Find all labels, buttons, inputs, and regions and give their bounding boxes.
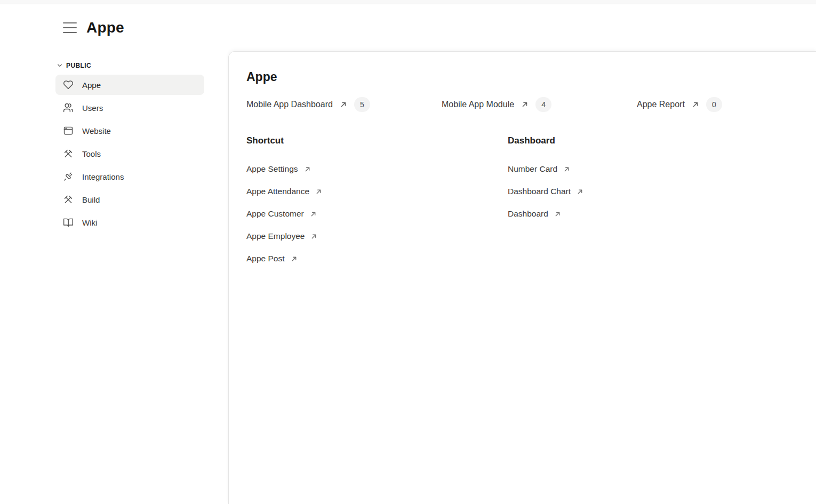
- external-link-arrow-icon: [291, 256, 297, 262]
- sidebar-item-label: Wiki: [82, 218, 97, 227]
- external-link-arrow-icon: [692, 101, 699, 108]
- sidebar-section-label: PUBLIC: [66, 62, 91, 69]
- link-dashboard[interactable]: Dashboard: [508, 203, 583, 225]
- link-appe-customer[interactable]: Appe Customer: [246, 203, 508, 225]
- users-icon: [63, 102, 74, 113]
- link-appe-attendance[interactable]: Appe Attendance: [246, 180, 508, 203]
- link-number-card[interactable]: Number Card: [508, 158, 583, 180]
- sidebar-item-label: Website: [82, 126, 111, 135]
- count-badge: 0: [706, 97, 722, 112]
- link-label: Appe Settings: [246, 164, 298, 174]
- body: PUBLIC Appe Users Website Tools Integrat…: [0, 51, 816, 504]
- quick-link-appe-report[interactable]: Appe Report 0: [637, 97, 800, 112]
- sidebar-item-integrations[interactable]: Integrations: [55, 166, 204, 187]
- crossed-tools-icon: [63, 148, 74, 159]
- external-link-arrow-icon: [577, 189, 583, 195]
- link-label: Dashboard: [508, 209, 548, 219]
- sidebar-item-label: Build: [82, 195, 100, 204]
- sidebar-item-label: Appe: [82, 81, 101, 90]
- quick-link-mobile-app-module[interactable]: Mobile App Module 4: [442, 97, 637, 112]
- quick-link-label: Appe Report: [637, 100, 685, 109]
- sidebar-item-tools[interactable]: Tools: [55, 143, 204, 164]
- chevron-down-icon: [57, 62, 63, 69]
- sidebar-item-label: Integrations: [82, 172, 124, 181]
- sidebar-item-build[interactable]: Build: [55, 189, 204, 210]
- hamburger-menu-icon[interactable]: [63, 22, 77, 33]
- top-strip: [0, 0, 816, 4]
- browser-window-icon: [63, 125, 74, 136]
- quick-link-label: Mobile App Dashboard: [246, 100, 333, 109]
- link-label: Appe Attendance: [246, 187, 309, 196]
- workspace-content: Appe Mobile App Dashboard 5 Mobile App M…: [228, 51, 816, 504]
- link-appe-settings[interactable]: Appe Settings: [246, 158, 508, 180]
- sections-row: Shortcut Appe Settings Appe Attendance A…: [246, 135, 800, 270]
- section-shortcut: Shortcut Appe Settings Appe Attendance A…: [246, 135, 508, 270]
- sidebar-item-wiki[interactable]: Wiki: [55, 212, 204, 233]
- link-label: Appe Employee: [246, 231, 305, 241]
- section-dashboard: Dashboard Number Card Dashboard Chart Da…: [508, 135, 583, 270]
- sidebar: PUBLIC Appe Users Website Tools Integrat…: [0, 51, 228, 504]
- sidebar-item-users[interactable]: Users: [55, 98, 204, 118]
- open-book-icon: [63, 217, 74, 228]
- external-link-arrow-icon: [316, 189, 322, 195]
- link-dashboard-chart[interactable]: Dashboard Chart: [508, 180, 583, 203]
- link-label: Appe Post: [246, 254, 285, 263]
- external-link-arrow-icon: [311, 234, 317, 239]
- workspace-title: Appe: [246, 70, 800, 84]
- page-title: Appe: [86, 19, 124, 36]
- sidebar-item-label: Users: [82, 103, 103, 113]
- quick-links-row: Mobile App Dashboard 5 Mobile App Module…: [246, 97, 800, 112]
- external-link-arrow-icon: [310, 211, 316, 217]
- heart-icon: [63, 79, 74, 90]
- sidebar-item-label: Tools: [82, 149, 101, 158]
- sidebar-item-appe[interactable]: Appe: [55, 75, 204, 95]
- quick-link-mobile-app-dashboard[interactable]: Mobile App Dashboard 5: [246, 97, 442, 112]
- count-badge: 4: [535, 97, 551, 112]
- quick-link-label: Mobile App Module: [442, 100, 514, 109]
- sidebar-item-website[interactable]: Website: [55, 121, 204, 141]
- link-label: Dashboard Chart: [508, 187, 571, 196]
- link-label: Number Card: [508, 164, 557, 174]
- external-link-arrow-icon: [564, 166, 570, 172]
- count-badge: 5: [354, 97, 370, 112]
- link-appe-post[interactable]: Appe Post: [246, 247, 508, 270]
- workspace-page: Appe PUBLIC Appe Users Website Tools: [0, 0, 816, 504]
- link-appe-employee[interactable]: Appe Employee: [246, 225, 508, 247]
- plug-icon: [63, 171, 74, 182]
- sidebar-section-public[interactable]: PUBLIC: [55, 61, 204, 75]
- link-label: Appe Customer: [246, 209, 304, 219]
- section-title: Dashboard: [508, 135, 583, 146]
- external-link-arrow-icon: [305, 166, 310, 172]
- crossed-tools-icon: [63, 194, 74, 205]
- external-link-arrow-icon: [522, 101, 528, 108]
- header: Appe: [0, 4, 816, 51]
- external-link-arrow-icon: [555, 211, 561, 217]
- section-title: Shortcut: [246, 135, 508, 146]
- external-link-arrow-icon: [340, 101, 347, 108]
